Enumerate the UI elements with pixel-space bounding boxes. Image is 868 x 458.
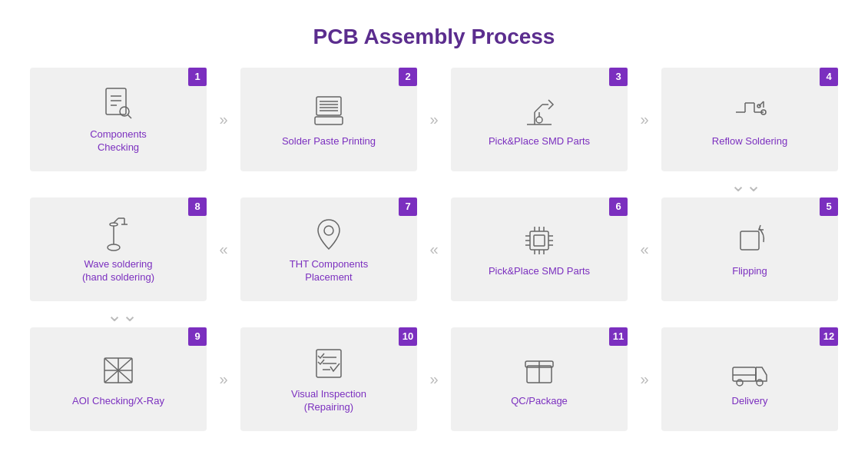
card-number-1: 1 — [188, 68, 207, 86]
page-wrapper: PCB Assembly Process 1 ComponentsCheckin… — [12, 9, 856, 450]
svg-rect-48 — [534, 235, 545, 246]
card-9: 9 AOI Checking/X-Ray — [30, 327, 207, 431]
card-number-7: 7 — [399, 197, 417, 216]
arrow-8-7 — [207, 241, 240, 258]
process-row-1: 1 ComponentsChecking 2 — [19, 68, 849, 171]
pick-place-icon — [519, 91, 559, 131]
svg-rect-49 — [740, 231, 759, 250]
arrow-2-3 — [417, 111, 451, 128]
card-8: 8 Wave soldering(hand soldering) — [30, 197, 207, 301]
card-number-5: 5 — [820, 197, 838, 216]
arrow-10-11 — [417, 370, 451, 388]
arrow-11-12 — [628, 370, 661, 388]
card-pick-place-1: 3 Pick&Place SMD Parts — [451, 68, 628, 171]
svg-point-29 — [110, 223, 118, 226]
reflow-icon — [730, 91, 770, 131]
card-number-12: 12 — [820, 327, 838, 346]
card-label-12: Delivery — [732, 395, 768, 408]
svg-rect-0 — [106, 88, 126, 114]
svg-line-5 — [128, 114, 131, 118]
card-7: 7 THT ComponentsPlacement — [240, 197, 417, 301]
card-label-1: ComponentsChecking — [90, 128, 147, 154]
card-qc-package: 11 QC/Package — [451, 327, 628, 431]
arrow-6-5 — [628, 241, 661, 258]
card-number-8: 8 — [188, 197, 207, 216]
card-label-5: Flipping — [732, 265, 767, 278]
flip-icon — [730, 221, 770, 261]
card-10: 10 Visual Inspection(Repairing) — [240, 327, 417, 431]
card-label-8: Wave soldering(hand soldering) — [82, 258, 154, 284]
svg-point-16 — [536, 117, 542, 123]
card-3: 3 Pick&Place SMD Parts — [451, 68, 628, 171]
card-label-11: QC/Package — [511, 395, 568, 408]
document-search-icon — [98, 84, 138, 124]
svg-line-14 — [535, 105, 542, 112]
card-number-6: 6 — [609, 197, 628, 216]
process-row-2: 8 Wave soldering(hand soldering) 7 — [19, 197, 849, 301]
package-icon — [519, 350, 559, 390]
arrow-7-6 — [417, 241, 451, 258]
card-tht: 7 THT ComponentsPlacement — [240, 197, 417, 301]
arrow-9-10 — [207, 370, 240, 388]
card-number-4: 4 — [820, 68, 838, 86]
svg-line-25 — [759, 101, 764, 106]
card-number-10: 10 — [399, 327, 417, 346]
card-1: 1 ComponentsChecking — [30, 68, 207, 171]
truck-icon — [730, 350, 770, 390]
card-11: 11 QC/Package — [451, 327, 628, 431]
location-icon — [309, 214, 349, 254]
svg-rect-62 — [733, 367, 756, 381]
svg-point-34 — [324, 226, 333, 235]
card-flipping: 5 Flipping — [661, 197, 838, 301]
process-row-3: 9 AOI Checking/X-Ray 10 — [19, 327, 849, 431]
card-solder-paste: 2 Solder Paste Printing — [240, 68, 417, 171]
arrow-1-2 — [207, 111, 240, 128]
svg-rect-6 — [316, 97, 341, 115]
card-pick-place-2: 6 Pick&Place SMD Par — [451, 197, 628, 301]
card-label-9: AOI Checking/X-Ray — [72, 395, 164, 408]
svg-line-30 — [114, 218, 118, 223]
svg-rect-35 — [530, 231, 548, 250]
chip-icon — [519, 221, 559, 261]
card-number-3: 3 — [609, 68, 628, 86]
card-label-4: Reflow Soldering — [712, 135, 787, 148]
svg-rect-11 — [315, 117, 343, 124]
card-label-2: Solder Paste Printing — [282, 135, 376, 148]
card-number-11: 11 — [609, 327, 628, 346]
page-title: PCB Assembly Process — [19, 25, 849, 49]
card-delivery: 12 Delivery — [661, 327, 838, 431]
card-5: 5 Flipping — [661, 197, 838, 301]
arrow-3-4 — [628, 111, 661, 128]
card-label-6: Pick&Place SMD Parts — [489, 265, 590, 278]
svg-point-27 — [108, 244, 120, 251]
svg-point-65 — [757, 380, 763, 386]
checklist-icon — [309, 344, 349, 383]
card-12: 12 Delivery — [661, 327, 838, 431]
card-aoi: 9 AOI Checking/X-Ray — [30, 327, 207, 431]
crate-icon — [98, 350, 138, 390]
vertical-connector-left: ⌄⌄ — [19, 304, 849, 326]
card-wave-soldering: 8 Wave soldering(hand soldering) — [30, 197, 207, 301]
card-number-2: 2 — [399, 68, 417, 86]
card-label-7: THT ComponentsPlacement — [290, 258, 368, 284]
vacuum-icon — [98, 214, 138, 254]
card-label-10: Visual Inspection(Repairing) — [291, 388, 366, 414]
card-reflow: 4 Reflow Soldering — [661, 68, 838, 171]
svg-point-64 — [737, 380, 743, 386]
card-number-9: 9 — [188, 327, 207, 346]
card-2: 2 Solder Paste Printing — [240, 68, 417, 171]
card-4: 4 Reflow Soldering — [661, 68, 838, 171]
card-visual-inspection: 10 Visual Inspection(Repairing) — [240, 327, 417, 431]
printer-icon — [309, 91, 349, 131]
card-label-3: Pick&Place SMD Parts — [489, 135, 590, 148]
card-components-checking: 1 ComponentsChecking — [30, 68, 207, 171]
vertical-connector-right: ⌄⌄ — [19, 174, 849, 196]
card-6: 6 Pick&Place SMD Par — [451, 197, 628, 301]
